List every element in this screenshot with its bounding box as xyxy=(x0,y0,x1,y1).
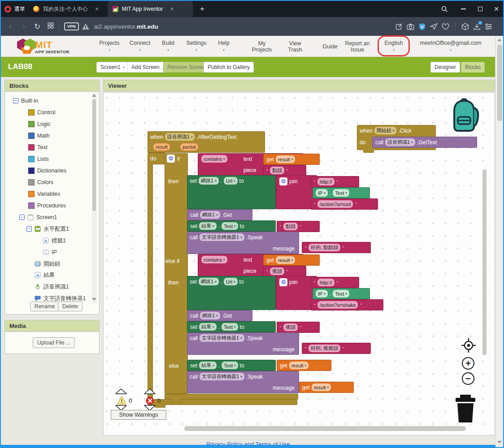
variable-dropdown[interactable]: result xyxy=(276,155,295,163)
publish-to-gallery-button[interactable]: Publish to Gallery xyxy=(204,62,254,73)
block-string-nod[interactable]: 點頭 xyxy=(263,165,306,176)
property-dropdown[interactable]: Url xyxy=(224,177,238,185)
tab-other-close-icon[interactable]: × xyxy=(95,5,99,13)
block-get-result[interactable]: get result xyxy=(277,360,331,371)
block-get-ip-text[interactable]: IP . Text xyxy=(313,288,370,299)
component-dropdown[interactable]: 文字語音轉換器1 xyxy=(200,334,244,342)
sidebar-settings-icon[interactable] xyxy=(485,23,492,30)
rename-button[interactable]: Rename xyxy=(30,302,59,311)
tree-node-builtin[interactable]: − Built-in xyxy=(13,96,38,105)
viewer-horizontal-scrollbar[interactable] xyxy=(184,426,466,431)
block-string-shake[interactable]: 搖頭 xyxy=(277,322,320,333)
palette-item-variables[interactable]: Variables xyxy=(28,190,60,198)
minimize-button[interactable] xyxy=(456,1,471,17)
property-dropdown[interactable]: Text xyxy=(333,189,349,197)
block-call-web-get[interactable]: call 網路1 .Get xyxy=(187,209,252,220)
component-dropdown[interactable]: IP xyxy=(316,189,328,197)
contains-dropdown[interactable]: contains xyxy=(201,256,227,263)
variable-dropdown[interactable]: result xyxy=(289,362,308,369)
vpn-badge[interactable]: VPN xyxy=(64,22,79,30)
component-dropdown[interactable]: 語音辨識1 xyxy=(165,133,195,141)
center-blocks-icon[interactable] xyxy=(461,338,476,353)
block-set-result-text-getresult[interactable]: set 結果 . Text to xyxy=(187,360,276,371)
component-dropdown[interactable]: 文字語音轉換器1 xyxy=(200,373,244,380)
variable-dropdown[interactable]: result xyxy=(276,256,295,264)
block-string-ok-nod[interactable]: 好的, 點點頭 xyxy=(302,242,371,253)
tree-node-ip-textbox[interactable]: I IP xyxy=(43,248,57,257)
block-get-result[interactable]: get result xyxy=(263,254,320,266)
block-call-speechrecognizer-gettext[interactable]: call 語音辨識1 .GetText xyxy=(372,137,477,148)
send-icon[interactable] xyxy=(430,23,438,30)
forward-icon[interactable]: › xyxy=(17,22,30,31)
maximize-button[interactable] xyxy=(473,1,488,17)
property-dropdown[interactable]: Url xyxy=(224,278,238,285)
search-button[interactable] xyxy=(437,1,452,17)
menu-connect[interactable]: Connect▾ xyxy=(127,36,152,57)
scroll-down-icon[interactable] xyxy=(497,441,502,444)
menu-build[interactable]: Build▾ xyxy=(158,36,178,57)
shield-check-icon[interactable] xyxy=(418,23,426,30)
downloads-button[interactable] xyxy=(473,23,481,30)
camera-icon[interactable] xyxy=(407,23,414,30)
show-warnings-button[interactable]: Show Warnings xyxy=(111,410,166,420)
event-param-result[interactable]: result xyxy=(153,143,170,151)
palette-item-lists[interactable]: Lists xyxy=(28,155,49,164)
screen-selector[interactable]: Screen1▾ xyxy=(96,62,129,73)
block-string-action-shake[interactable]: /action?a=shake xyxy=(311,299,383,310)
menu-report-issue[interactable]: Report an Issue xyxy=(344,36,370,57)
tree-node-speech-recognizer[interactable]: 語音辨識1 xyxy=(35,282,69,291)
menu-view-trash[interactable]: View Trash xyxy=(286,36,304,57)
palette-item-math[interactable]: Math xyxy=(28,131,50,140)
palette-scrollbar[interactable] xyxy=(92,93,96,303)
mutator-gear-icon[interactable]: ⚙ xyxy=(279,177,287,185)
backpack-icon[interactable] xyxy=(448,97,482,134)
block-string-nod[interactable]: 點頭 xyxy=(277,221,320,232)
palette-item-logic[interactable]: Logic xyxy=(28,120,51,129)
zoom-in-button[interactable]: + xyxy=(462,357,474,370)
component-dropdown[interactable]: 網路1 xyxy=(200,211,220,219)
block-set-result-text-shake[interactable]: set 結果 . Text to xyxy=(187,321,276,332)
close-button[interactable]: ✕ xyxy=(489,1,504,17)
tab-other[interactable]: 我的关注-个人中心 × xyxy=(29,1,105,17)
blocks-workspace[interactable]: + + + + + + + + + + + + + + + + + + + + … xyxy=(103,92,495,435)
blocks-button[interactable]: Blocks xyxy=(461,62,485,73)
speed-dial-icon[interactable] xyxy=(44,22,57,31)
block-string-http[interactable]: http:// xyxy=(311,176,359,187)
palette-item-text[interactable]: Text xyxy=(28,143,48,152)
snapshot-edit-icon[interactable] xyxy=(395,23,403,30)
tree-node-horizontal-arrangement[interactable]: − 水平配置1 xyxy=(26,224,69,233)
collapse-icon[interactable]: − xyxy=(19,215,25,220)
block-get-result[interactable]: get result xyxy=(263,154,320,165)
component-dropdown[interactable]: 語音辨識1 xyxy=(385,138,415,146)
component-dropdown[interactable]: 網路1 xyxy=(199,177,219,185)
tree-node-start-button[interactable]: 開始鈕 xyxy=(35,259,61,268)
block-string-http[interactable]: http:// xyxy=(311,277,359,288)
palette-item-dictionaries[interactable]: Dictionaries xyxy=(28,166,66,175)
scroll-up-icon[interactable] xyxy=(497,39,502,41)
tree-node-result-label[interactable]: A 結果 xyxy=(35,271,55,280)
tree-node-label1[interactable]: A 標籤1 xyxy=(43,236,66,245)
tree-node-screen1[interactable]: − Screen1 xyxy=(19,213,57,222)
delete-button[interactable]: Delete xyxy=(58,302,83,311)
contains-dropdown[interactable]: contains xyxy=(201,155,227,163)
menu-language[interactable]: English▾ xyxy=(381,36,406,57)
scroll-up-icon[interactable] xyxy=(92,94,96,97)
extensions-cube-icon[interactable] xyxy=(461,23,469,30)
component-dropdown[interactable]: 網路1 xyxy=(199,278,219,285)
menu-guide[interactable]: Guide xyxy=(320,36,340,57)
new-tab-button[interactable]: + xyxy=(200,4,204,13)
variable-dropdown[interactable]: result xyxy=(312,383,331,391)
designer-button[interactable]: Designer xyxy=(430,62,460,73)
component-dropdown[interactable]: 文字語音轉換器1 xyxy=(200,233,244,241)
site-warning-icon[interactable] xyxy=(82,23,90,30)
palette-item-procedures[interactable]: Procedures xyxy=(28,201,66,210)
viewer-vertical-scrollbar[interactable] xyxy=(482,169,487,355)
block-get-result[interactable]: get result xyxy=(299,382,354,393)
remove-screen-button[interactable]: Remove Screen xyxy=(163,62,210,73)
property-dropdown[interactable]: Text xyxy=(222,323,238,331)
property-dropdown[interactable]: Text xyxy=(222,222,238,230)
scroll-down-icon[interactable] xyxy=(92,298,96,301)
page-scrollbar[interactable] xyxy=(495,36,503,447)
palette-item-colors[interactable]: Colors xyxy=(28,178,53,187)
trash-can-icon[interactable] xyxy=(452,394,478,423)
